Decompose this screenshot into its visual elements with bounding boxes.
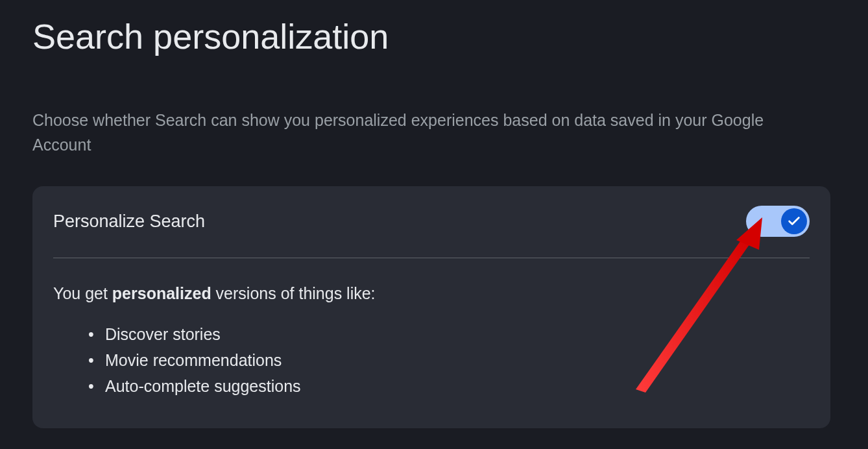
card-body: You get personalized versions of things … [53, 258, 810, 399]
card-title: Personalize Search [53, 212, 205, 232]
bullet-list: Discover stories Movie recommendations A… [53, 321, 810, 399]
list-item: Movie recommendations [92, 347, 810, 373]
list-item: Auto-complete suggestions [92, 373, 810, 399]
body-intro-prefix: You get [53, 284, 112, 302]
toggle-knob [781, 208, 807, 234]
personalize-search-card: Personalize Search You get personalized … [32, 186, 830, 428]
page-title: Search personalization [32, 16, 836, 56]
body-intro-suffix: versions of things like: [211, 284, 376, 302]
list-item: Discover stories [92, 321, 810, 347]
checkmark-icon [787, 214, 801, 228]
body-intro: You get personalized versions of things … [53, 284, 810, 303]
page-description: Choose whether Search can show you perso… [32, 108, 811, 157]
card-header: Personalize Search [53, 206, 810, 258]
body-intro-bold: personalized [112, 284, 211, 302]
personalize-search-toggle[interactable] [746, 206, 810, 237]
